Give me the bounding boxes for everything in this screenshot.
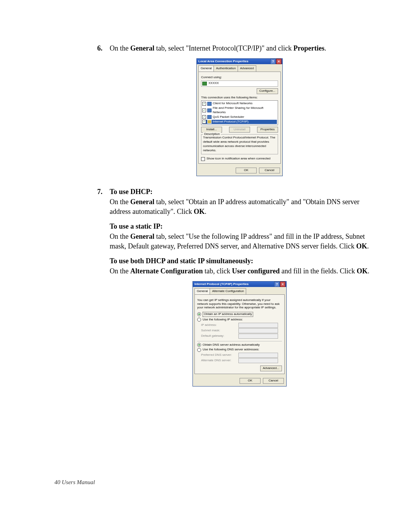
cancel-button[interactable]: Cancel	[259, 168, 280, 173]
ip-fields: IP address: Subnet mask: Default gateway…	[201, 323, 282, 339]
radio-obtain-ip[interactable]: Obtain an IP address automatically	[197, 312, 282, 317]
radio-use-dns[interactable]: Use the following DNS server addresses:	[197, 348, 282, 352]
nic-name: XXXXX	[208, 81, 219, 86]
dialog-title: Internet Protocol (TCP/IP) Properties	[194, 282, 248, 287]
dialog-footer: OK Cancel	[197, 165, 282, 176]
radio-icon[interactable]	[197, 348, 201, 352]
default-gateway-input	[238, 334, 278, 339]
list-item[interactable]: ✓ QoS Packet Scheduler	[202, 115, 277, 120]
radio-label: Use the following DNS server addresses:	[203, 348, 259, 352]
field-row: IP address:	[201, 323, 282, 328]
field-label: Subnet mask:	[201, 329, 236, 333]
advanced-button[interactable]: Advanced...	[260, 366, 282, 371]
t: OK	[194, 208, 205, 215]
close-button[interactable]: ×	[276, 59, 282, 64]
titlebar-buttons: ? ×	[274, 282, 285, 287]
nic-icon	[202, 82, 207, 86]
alternate-dns-input	[238, 358, 278, 363]
close-button[interactable]: ×	[280, 282, 285, 287]
list-item-label: File and Printer Sharing for Microsoft N…	[213, 106, 277, 115]
field-label: IP address:	[201, 323, 236, 327]
checkbox-icon[interactable]: ✓	[202, 102, 206, 106]
show-icon-row[interactable]: Show icon in notification area when conn…	[201, 157, 278, 161]
radio-obtain-dns[interactable]: Obtain DNS server address automatically	[197, 343, 282, 347]
configure-row: Configure...	[201, 88, 278, 94]
configure-button[interactable]: Configure...	[257, 88, 278, 94]
cancel-button[interactable]: Cancel	[263, 378, 284, 384]
items-listbox[interactable]: ✓ Client for Microsoft Networks ✓ File a…	[201, 100, 278, 125]
titlebar-buttons: ? ×	[270, 59, 282, 64]
nic-field: XXXXX	[201, 80, 278, 87]
t: User configured	[232, 267, 280, 275]
dns-fields: Preferred DNS server: Alternate DNS serv…	[201, 353, 282, 363]
step-7-body: To use DHCP: On the General tab, select …	[110, 187, 369, 396]
connect-using-label: Connect using:	[201, 75, 278, 80]
checkbox-icon[interactable]	[201, 157, 205, 161]
radio-label: Use the following IP address:	[203, 318, 243, 322]
radio-icon[interactable]	[197, 318, 201, 322]
ip-address-input	[238, 323, 278, 328]
para-static: On the General tab, select "Use the foll…	[110, 232, 369, 251]
checkbox-icon[interactable]: ✓	[202, 108, 206, 112]
component-buttons: Install... Uninstall Properties	[201, 127, 278, 133]
list-item[interactable]: ✓ Client for Microsoft Networks	[202, 101, 277, 106]
radio-label: Obtain DNS server address automatically	[203, 343, 260, 347]
radio-icon[interactable]	[197, 343, 201, 347]
ok-button[interactable]: OK	[240, 378, 261, 384]
list-item-label: Internet Protocol (TCP/IP)	[213, 120, 248, 124]
t: .	[367, 242, 369, 250]
t: tab, click	[203, 267, 232, 275]
tab-general[interactable]: General	[194, 288, 210, 294]
heading-both: To use both DHCP and static IP simultane…	[110, 256, 369, 266]
para-both: On the Alternate Configuration tab, clic…	[110, 266, 369, 276]
titlebar: Internet Protocol (TCP/IP) Properties ? …	[193, 282, 286, 287]
t: and fill in the fields. Click	[280, 267, 357, 275]
dialog-footer: OK Cancel	[193, 376, 286, 386]
list-item-selected[interactable]: ✓ Internet Protocol (TCP/IP)	[202, 120, 277, 124]
field-row: Default gateway:	[201, 334, 282, 339]
intro-text: You can get IP settings assigned automat…	[197, 298, 282, 310]
help-button[interactable]: ?	[274, 282, 280, 287]
separator	[197, 341, 282, 341]
subnet-mask-input	[238, 328, 278, 333]
step-7-number: 7.	[97, 187, 110, 196]
preferred-dns-input	[238, 353, 278, 358]
tab-sheet: Connect using: XXXXX Configure... This c…	[198, 72, 281, 164]
checkbox-icon[interactable]: ✓	[202, 115, 206, 119]
protocol-icon	[207, 120, 212, 124]
t: Alternate Configuration	[130, 267, 203, 275]
field-label: Default gateway:	[201, 334, 236, 338]
show-icon-label: Show icon in notification area when conn…	[206, 157, 271, 161]
ok-button[interactable]: OK	[236, 168, 257, 173]
step-6-number: 6.	[97, 44, 110, 53]
list-item[interactable]: ✓ File and Printer Sharing for Microsoft…	[202, 106, 277, 115]
t: On the	[110, 44, 130, 52]
t: .	[368, 267, 369, 275]
radio-label: Obtain an IP address automatically	[203, 312, 253, 317]
t: General	[130, 233, 154, 240]
field-row: Preferred DNS server:	[201, 353, 282, 358]
radio-use-ip[interactable]: Use the following IP address:	[197, 318, 282, 322]
tab-general[interactable]: General	[198, 65, 214, 72]
install-button[interactable]: Install...	[201, 127, 222, 133]
radio-icon[interactable]	[197, 312, 201, 316]
t: .	[324, 44, 326, 52]
tab-advanced[interactable]: Advanced	[238, 65, 256, 72]
content-column: 6. On the General tab, select "Internet …	[97, 44, 369, 397]
t: .	[205, 208, 206, 215]
items-label: This connection uses the following items…	[201, 96, 278, 100]
description-group: Description Transmission Control Protoco…	[201, 134, 278, 154]
t: Properties	[294, 44, 325, 52]
component-icon	[207, 102, 212, 106]
tab-authentication[interactable]: Authentication	[214, 65, 238, 72]
tab-alternate-configuration[interactable]: Alternate Configuration	[210, 288, 246, 294]
list-item-label: Client for Microsoft Networks	[213, 101, 252, 106]
field-label: Alternate DNS server:	[201, 359, 236, 363]
uninstall-button: Uninstall	[229, 127, 250, 133]
description-legend: Description	[203, 132, 221, 136]
t: tab, select "Internet Protocol(TCP/IP)" …	[154, 44, 294, 52]
checkbox-icon[interactable]: ✓	[202, 120, 206, 124]
help-button[interactable]: ?	[270, 59, 276, 64]
t: General	[130, 44, 154, 52]
properties-button[interactable]: Properties	[257, 127, 278, 133]
